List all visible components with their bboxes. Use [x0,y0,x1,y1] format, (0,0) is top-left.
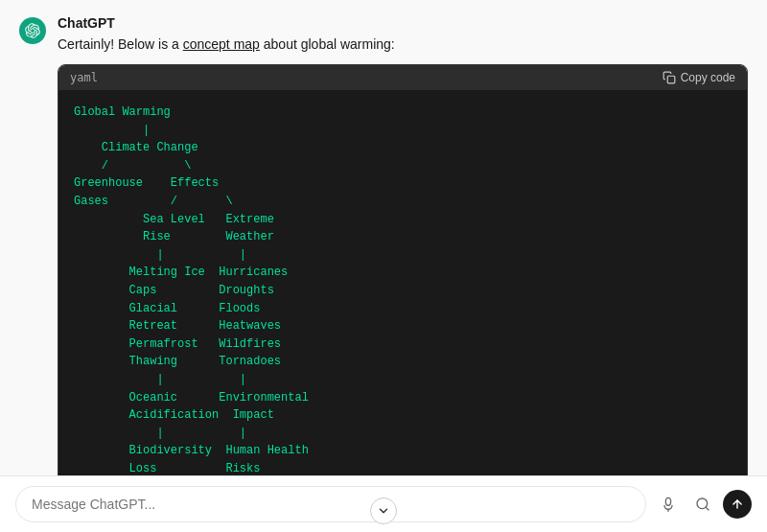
input-icons [654,490,752,519]
avatar [19,17,46,44]
code-block-header: yaml Copy code [58,65,747,90]
message-content: ChatGPT Certainly! Below is a concept ma… [58,15,748,475]
copy-button[interactable]: Copy code [662,71,735,84]
svg-point-1 [665,497,670,505]
intro2-text: about global warming: [260,36,395,52]
intro-text: Certainly! Below is a [58,36,183,52]
mic-button[interactable] [654,490,683,519]
search-button[interactable] [688,490,717,519]
concept-map-link[interactable]: concept map [183,36,260,52]
svg-line-4 [706,507,709,510]
code-block-wrapper: yaml Copy code Global Warming | Climate … [58,64,748,475]
code-content: Global Warming | Climate Change / \ Gree… [74,104,732,475]
chat-area: ChatGPT Certainly! Below is a concept ma… [0,0,767,475]
message-input[interactable] [15,486,646,522]
code-lang: yaml [70,71,98,84]
send-button[interactable] [723,490,752,519]
code-block: Global Warming | Climate Change / \ Gree… [58,90,747,475]
copy-label: Copy code [681,71,735,84]
svg-rect-0 [667,76,675,83]
message-row: ChatGPT Certainly! Below is a concept ma… [19,15,748,475]
message-text: Certainly! Below is a concept map about … [58,35,748,55]
sender-name: ChatGPT [58,15,748,31]
